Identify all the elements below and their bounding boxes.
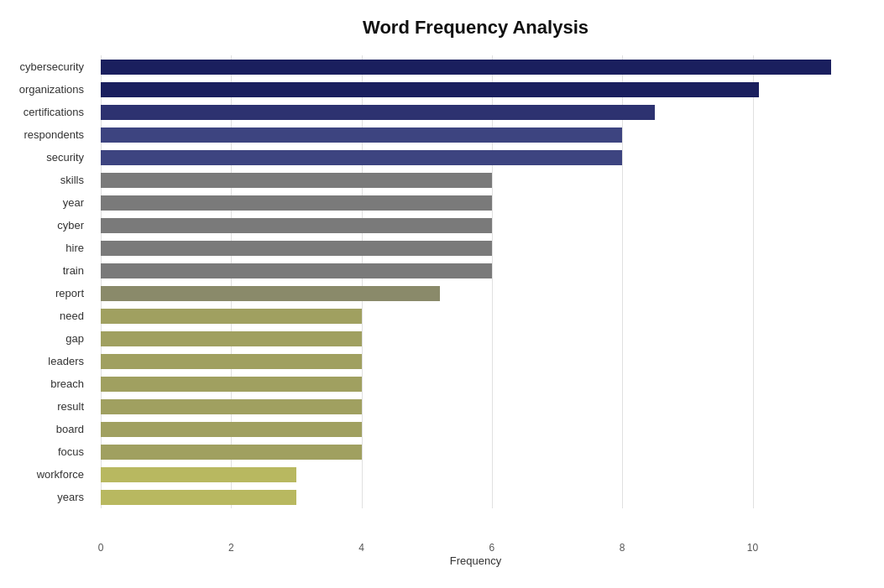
x-axis-label: Frequency bbox=[101, 554, 850, 567]
bar-label: board bbox=[0, 423, 92, 435]
bar-wrapper bbox=[101, 126, 850, 144]
bar-wrapper bbox=[101, 58, 850, 76]
bar-wrapper bbox=[101, 443, 850, 461]
bar-row: cyber bbox=[101, 216, 850, 235]
bar-label: gap bbox=[0, 332, 92, 345]
bar-fill bbox=[101, 354, 362, 369]
bars-wrapper: cybersecurityorganizationscertifications… bbox=[101, 55, 850, 508]
bar-fill bbox=[101, 399, 362, 414]
bar-label: hire bbox=[0, 242, 92, 254]
bar-wrapper bbox=[101, 171, 850, 190]
bar-fill bbox=[101, 150, 622, 165]
bar-label: report bbox=[0, 287, 92, 299]
bar-row: skills bbox=[101, 171, 850, 190]
bar-wrapper bbox=[101, 352, 850, 371]
bar-label: workforce bbox=[0, 468, 92, 481]
bar-fill bbox=[101, 218, 492, 233]
bar-label: train bbox=[0, 264, 92, 277]
bar-row: security bbox=[101, 148, 850, 167]
x-tick: 4 bbox=[358, 542, 364, 554]
bar-row: result bbox=[101, 398, 850, 416]
bar-fill bbox=[101, 377, 362, 392]
bar-wrapper bbox=[101, 375, 850, 393]
bar-fill bbox=[101, 309, 362, 324]
x-tick: 6 bbox=[489, 542, 495, 554]
bar-label: respondents bbox=[0, 128, 92, 141]
bar-fill bbox=[101, 490, 296, 505]
bar-label: organizations bbox=[0, 83, 92, 96]
bar-row: hire bbox=[101, 239, 850, 258]
bar-wrapper bbox=[101, 262, 850, 280]
x-tick: 10 bbox=[747, 542, 758, 554]
bar-wrapper bbox=[101, 284, 850, 303]
bar-label: result bbox=[0, 400, 92, 413]
bar-label: cyber bbox=[0, 219, 92, 232]
bar-row: workforce bbox=[101, 466, 850, 484]
bar-fill bbox=[101, 82, 759, 97]
bar-row: cybersecurity bbox=[101, 58, 850, 76]
bar-fill bbox=[101, 445, 362, 460]
bar-label: security bbox=[0, 151, 92, 164]
bar-row: leaders bbox=[101, 352, 850, 371]
bar-row: gap bbox=[101, 330, 850, 348]
chart-title: Word Frequency Analysis bbox=[101, 17, 850, 39]
bar-row: certifications bbox=[101, 103, 850, 122]
bar-wrapper bbox=[101, 398, 850, 416]
bar-fill bbox=[101, 241, 492, 256]
bar-row: year bbox=[101, 194, 850, 212]
bar-label: year bbox=[0, 196, 92, 209]
x-tick: 0 bbox=[98, 542, 104, 554]
bar-fill bbox=[101, 263, 492, 278]
bar-wrapper bbox=[101, 216, 850, 235]
bar-wrapper bbox=[101, 307, 850, 325]
bar-wrapper bbox=[101, 488, 850, 507]
bar-wrapper bbox=[101, 103, 850, 122]
bar-row: years bbox=[101, 488, 850, 507]
bar-wrapper bbox=[101, 148, 850, 167]
bar-wrapper bbox=[101, 466, 850, 484]
bar-row: breach bbox=[101, 375, 850, 393]
bar-row: train bbox=[101, 262, 850, 280]
x-axis: 0246810 bbox=[101, 538, 850, 542]
bar-row: report bbox=[101, 284, 850, 303]
bar-label: focus bbox=[0, 445, 92, 458]
bar-fill bbox=[101, 173, 492, 188]
bar-fill bbox=[101, 105, 655, 120]
bar-row: organizations bbox=[101, 81, 850, 99]
bar-label: leaders bbox=[0, 355, 92, 367]
x-tick: 2 bbox=[228, 542, 234, 554]
bar-label: need bbox=[0, 310, 92, 322]
x-tick: 8 bbox=[620, 542, 625, 554]
bar-fill bbox=[101, 195, 492, 211]
bar-fill bbox=[101, 331, 362, 346]
bar-label: breach bbox=[0, 377, 92, 390]
bar-wrapper bbox=[101, 420, 850, 439]
bar-label: cybersecurity bbox=[0, 60, 92, 73]
bar-fill bbox=[101, 286, 440, 301]
bar-row: focus bbox=[101, 443, 850, 461]
bar-fill bbox=[101, 60, 831, 75]
bar-row: board bbox=[101, 420, 850, 439]
bar-row: need bbox=[101, 307, 850, 325]
bar-wrapper bbox=[101, 81, 850, 99]
chart-area: cybersecurityorganizationscertifications… bbox=[101, 55, 850, 542]
chart-container: Word Frequency Analysis cybersecurityorg… bbox=[0, 0, 884, 588]
bar-wrapper bbox=[101, 330, 850, 348]
bar-fill bbox=[101, 467, 296, 482]
bar-label: skills bbox=[0, 174, 92, 186]
bar-wrapper bbox=[101, 239, 850, 258]
bar-label: years bbox=[0, 491, 92, 503]
bar-fill bbox=[101, 422, 362, 437]
bar-row: respondents bbox=[101, 126, 850, 144]
bar-label: certifications bbox=[0, 106, 92, 118]
bar-wrapper bbox=[101, 194, 850, 212]
bar-fill bbox=[101, 127, 622, 143]
